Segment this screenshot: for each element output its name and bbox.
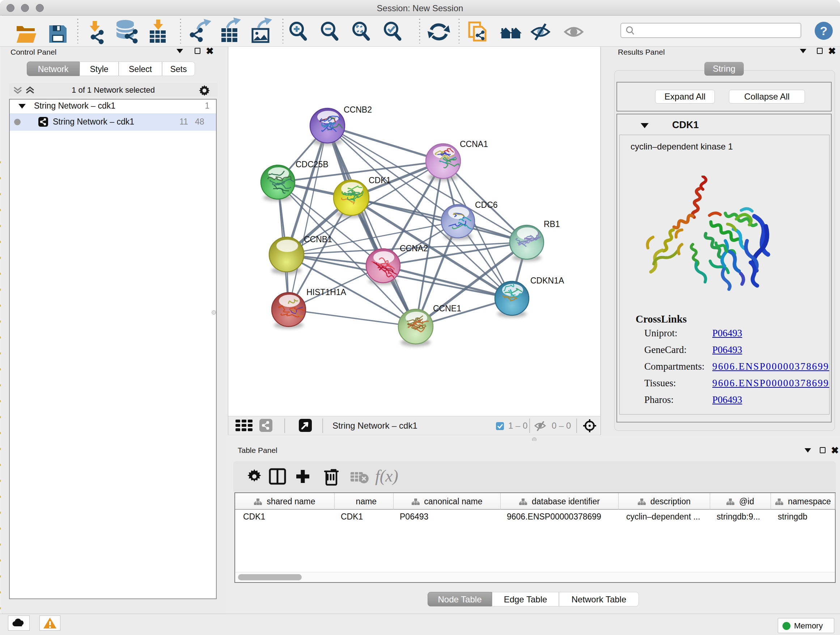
svg-text:CDK1: CDK1 [369, 176, 391, 185]
svg-text:f(x): f(x) [375, 467, 398, 485]
svg-text:CCNE1: CCNE1 [433, 304, 461, 313]
svg-text:CCNA1: CCNA1 [460, 139, 488, 149]
svg-text:CDC25B: CDC25B [295, 160, 328, 169]
svg-text:String Network – cdk1: String Network – cdk1 [332, 421, 417, 431]
svg-text:?: ? [820, 24, 828, 38]
svg-text:1 – 0: 1 – 0 [508, 421, 527, 431]
svg-text:0 – 0: 0 – 0 [552, 421, 571, 431]
svg-text:CCNA2: CCNA2 [400, 244, 428, 253]
svg-text:RB1: RB1 [544, 219, 560, 229]
svg-text:CCNB1: CCNB1 [304, 234, 332, 244]
svg-text:CCNB2: CCNB2 [344, 105, 372, 114]
svg-text:HIST1H1A: HIST1H1A [306, 287, 347, 297]
svg-text:CDKN1A: CDKN1A [531, 276, 564, 285]
svg-text:CDC6: CDC6 [475, 200, 498, 210]
